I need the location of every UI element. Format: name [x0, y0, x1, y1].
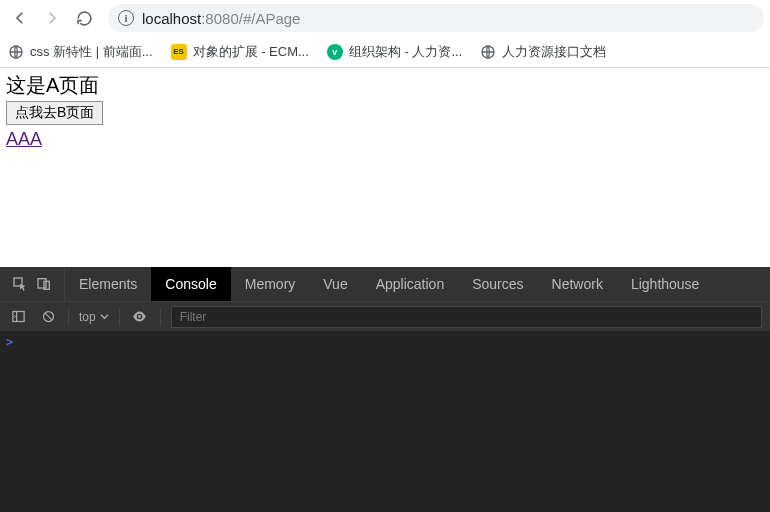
url-rest: :8080/#/APage [201, 10, 300, 27]
console-filter-input[interactable] [171, 306, 762, 328]
tab-sources[interactable]: Sources [458, 267, 537, 301]
context-label: top [79, 310, 96, 324]
separator [119, 308, 120, 326]
forward-button[interactable] [38, 4, 66, 32]
bookmark-item[interactable]: css 新特性 | 前端面... [8, 43, 153, 61]
tab-console[interactable]: Console [151, 267, 230, 301]
globe-icon [8, 44, 24, 60]
devtools-left-icons [0, 267, 65, 301]
url-text: localhost:8080/#/APage [142, 10, 300, 27]
favicon-es-icon: ES [171, 44, 187, 60]
bookmarks-bar: css 新特性 | 前端面... ES 对象的扩展 - ECM... v 组织架… [0, 36, 770, 68]
separator [68, 308, 69, 326]
page-content: 这是A页面 点我去B页面 AAA [0, 68, 770, 154]
inspect-element-icon[interactable] [10, 274, 30, 294]
devtools-panel: Elements Console Memory Vue Application … [0, 267, 770, 512]
globe-icon [480, 44, 496, 60]
goto-b-button[interactable]: 点我去B页面 [6, 101, 103, 125]
tab-elements[interactable]: Elements [65, 267, 151, 301]
devtools-tab-strip: Elements Console Memory Vue Application … [0, 267, 770, 301]
favicon-v-icon: v [327, 44, 343, 60]
page-heading: 这是A页面 [6, 72, 764, 99]
tab-vue[interactable]: Vue [309, 267, 361, 301]
bookmark-item[interactable]: 人力资源接口文档 [480, 43, 606, 61]
console-output[interactable]: > [0, 331, 770, 512]
address-bar[interactable]: i localhost:8080/#/APage [108, 4, 764, 32]
context-selector[interactable]: top [79, 310, 109, 324]
bookmark-label: css 新特性 | 前端面... [30, 43, 153, 61]
bookmark-label: 组织架构 - 人力资... [349, 43, 462, 61]
chevron-down-icon [100, 312, 109, 321]
back-button[interactable] [6, 4, 34, 32]
bookmark-item[interactable]: v 组织架构 - 人力资... [327, 43, 462, 61]
site-info-icon[interactable]: i [118, 10, 134, 26]
console-toolbar: top [0, 301, 770, 331]
svg-rect-5 [12, 312, 23, 322]
link-aaa[interactable]: AAA [6, 129, 764, 150]
live-expression-icon[interactable] [130, 307, 150, 327]
browser-toolbar: i localhost:8080/#/APage [0, 0, 770, 36]
bookmark-label: 对象的扩展 - ECM... [193, 43, 309, 61]
tab-network[interactable]: Network [538, 267, 617, 301]
console-prompt: > [6, 335, 13, 349]
clear-console-icon[interactable] [38, 307, 58, 327]
bookmark-item[interactable]: ES 对象的扩展 - ECM... [171, 43, 309, 61]
reload-button[interactable] [70, 4, 98, 32]
tab-lighthouse[interactable]: Lighthouse [617, 267, 714, 301]
device-toolbar-icon[interactable] [34, 274, 54, 294]
bookmark-label: 人力资源接口文档 [502, 43, 606, 61]
url-host: localhost [142, 10, 201, 27]
console-sidebar-toggle-icon[interactable] [8, 307, 28, 327]
svg-point-7 [138, 315, 141, 318]
tab-memory[interactable]: Memory [231, 267, 310, 301]
tab-application[interactable]: Application [362, 267, 459, 301]
svg-rect-3 [38, 279, 46, 288]
separator [160, 308, 161, 326]
